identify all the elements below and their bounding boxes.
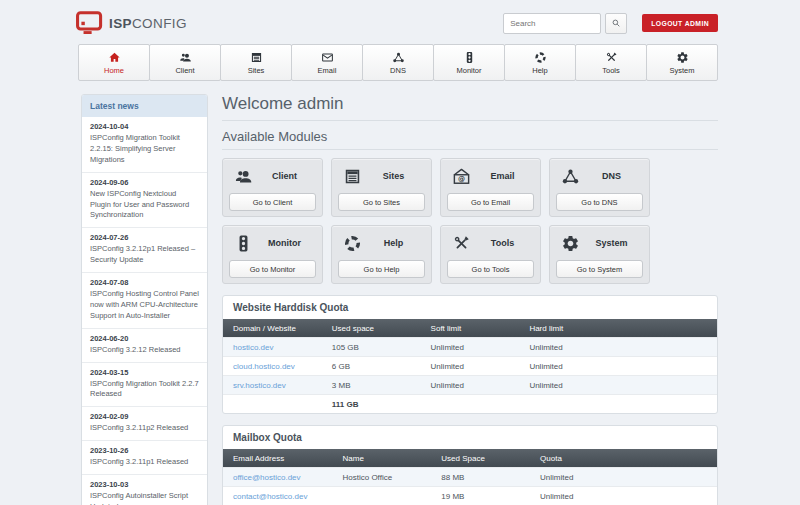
hard-limit-cell: Unlimited: [519, 338, 717, 357]
news-date: 2024-06-20: [90, 334, 199, 343]
main-area: Welcome admin Available Modules Client G…: [222, 94, 718, 505]
quota-cell: Unlimited: [530, 468, 717, 487]
tools-icon: [452, 234, 471, 253]
column-used-space: Used space: [322, 319, 421, 338]
email-icon: [321, 51, 334, 64]
website-harddisk-quota-panel: Website Harddisk Quota Domain / Website …: [222, 295, 718, 414]
go-to-email-button[interactable]: Go to Email: [447, 193, 534, 211]
domain-link[interactable]: hostico.dev: [233, 343, 273, 352]
logout-button[interactable]: LOGOUT ADMIN: [642, 14, 718, 32]
soft-limit-cell: Unlimited: [421, 376, 520, 395]
table-row: hostico.dev 105 GB Unlimited Unlimited: [223, 338, 717, 357]
table-row: cloud.hostico.dev 6 GB Unlimited Unlimit…: [223, 357, 717, 376]
news-item[interactable]: 2024-07-08 ISPConfig Hosting Control Pan…: [82, 272, 207, 328]
email-link[interactable]: contact@hostico.dev: [233, 492, 307, 501]
news-item[interactable]: 2024-06-20 ISPConfig 3.2.12 Released: [82, 328, 207, 362]
name-cell: Hostico Office: [332, 468, 431, 487]
mailbox-quota-table: Email Address Name Used Space Quota offi…: [223, 449, 717, 505]
news-date: 2024-07-26: [90, 233, 199, 242]
tab-dns[interactable]: DNS: [362, 44, 434, 81]
gear-icon: [676, 51, 689, 64]
monitor-icon: [234, 234, 253, 253]
table-row: srv.hostico.dev 3 MB Unlimited Unlimited: [223, 376, 717, 395]
news-date: 2024-07-08: [90, 278, 199, 287]
news-item[interactable]: 2024-02-09 ISPConfig 3.2.11p2 Released: [82, 406, 207, 440]
tab-system[interactable]: System: [646, 44, 718, 81]
quota-cell: Unlimited: [530, 487, 717, 505]
search-button[interactable]: [605, 13, 627, 34]
go-to-sites-button[interactable]: Go to Sites: [338, 193, 425, 211]
module-card-help: Help Go to Help: [331, 225, 432, 284]
news-item[interactable]: 2023-10-26 ISPConfig 3.2.11p1 Released: [82, 440, 207, 474]
news-date: 2023-10-03: [90, 480, 199, 489]
go-to-system-button[interactable]: Go to System: [556, 260, 643, 278]
tab-client[interactable]: Client: [149, 44, 221, 81]
module-card-sites: Sites Go to Sites: [331, 158, 432, 217]
column-quota: Quota: [530, 449, 717, 468]
column-hard-limit: Hard limit: [519, 319, 717, 338]
soft-limit-cell: Unlimited: [421, 338, 520, 357]
tab-sites[interactable]: Sites: [220, 44, 292, 81]
go-to-monitor-button[interactable]: Go to Monitor: [229, 260, 316, 278]
main-nav: Home Client Sites Email DNS Monitor Help…: [78, 44, 718, 81]
news-text: ISPConfig 3.2.12 Released: [90, 345, 199, 356]
module-card-client: Client Go to Client: [222, 158, 323, 217]
go-to-help-button[interactable]: Go to Help: [338, 260, 425, 278]
hard-limit-cell: Unlimited: [519, 357, 717, 376]
news-text: New ISPConfig Nextcloud Plugin for User …: [90, 189, 199, 222]
module-card-tools: Tools Go to Tools: [440, 225, 541, 284]
tab-email[interactable]: Email: [291, 44, 363, 81]
column-domain: Domain / Website: [223, 319, 322, 338]
news-date: 2024-03-15: [90, 368, 199, 377]
gear-icon: [561, 234, 580, 253]
tab-home[interactable]: Home: [78, 44, 150, 81]
page-title: Welcome admin: [222, 94, 718, 121]
go-to-client-button[interactable]: Go to Client: [229, 193, 316, 211]
email-link[interactable]: office@hostico.dev: [233, 473, 301, 482]
ispconfig-logo-icon: [75, 10, 104, 36]
search-icon: [611, 18, 621, 28]
domain-link[interactable]: srv.hostico.dev: [233, 381, 286, 390]
go-to-dns-button[interactable]: Go to DNS: [556, 193, 643, 211]
table-header-row: Domain / Website Used space Soft limit H…: [223, 319, 717, 338]
help-icon: [534, 51, 547, 64]
column-email-address: Email Address: [223, 449, 332, 468]
go-to-tools-button[interactable]: Go to Tools: [447, 260, 534, 278]
total-used-space: 111 GB: [322, 395, 421, 414]
mailbox-quota-panel: Mailbox Quota Email Address Name Used Sp…: [222, 425, 718, 505]
home-icon: [108, 51, 121, 64]
news-text: ISPConfig Hosting Control Panel now with…: [90, 289, 199, 322]
module-card-system: System Go to System: [549, 225, 650, 284]
monitor-icon: [463, 51, 476, 64]
news-date: 2024-02-09: [90, 412, 199, 421]
dns-icon: [561, 167, 580, 186]
latest-news-panel: Latest news 2024-10-04 ISPConfig Migrati…: [81, 94, 208, 505]
news-item[interactable]: 2024-09-06 New ISPConfig Nextcloud Plugi…: [82, 172, 207, 228]
tab-monitor[interactable]: Monitor: [433, 44, 505, 81]
available-modules-title: Available Modules: [222, 129, 718, 150]
mailbox-quota-title: Mailbox Quota: [223, 426, 717, 449]
news-text: ISPConfig 3.2.11p2 Released: [90, 423, 199, 434]
news-item[interactable]: 2024-07-26 ISPConfig 3.2.12p1 Released –…: [82, 227, 207, 272]
news-item[interactable]: 2024-03-15 ISPConfig Migration Toolkit 2…: [82, 362, 207, 407]
search-input[interactable]: [503, 13, 601, 34]
tab-tools[interactable]: Tools: [575, 44, 647, 81]
module-card-monitor: Monitor Go to Monitor: [222, 225, 323, 284]
email-at-icon: [452, 167, 471, 186]
used-space-cell: 6 GB: [322, 357, 421, 376]
help-icon: [343, 234, 362, 253]
hard-limit-cell: Unlimited: [519, 376, 717, 395]
tools-icon: [605, 51, 618, 64]
module-card-dns: DNS Go to DNS: [549, 158, 650, 217]
news-list: 2024-10-04 ISPConfig Migration Toolkit 2…: [82, 117, 207, 505]
used-space-cell: 19 MB: [431, 487, 530, 505]
news-date: 2024-09-06: [90, 178, 199, 187]
logo-text: ISPCONFIG: [109, 16, 187, 31]
tab-help[interactable]: Help: [504, 44, 576, 81]
news-item[interactable]: 2024-10-04 ISPConfig Migration Toolkit 2…: [82, 117, 207, 172]
domain-link[interactable]: cloud.hostico.dev: [233, 362, 295, 371]
column-soft-limit: Soft limit: [421, 319, 520, 338]
client-icon: [179, 51, 192, 64]
news-item[interactable]: 2023-10-03 ISPConfig Autoinstaller Scrip…: [82, 474, 207, 505]
name-cell: [332, 487, 431, 505]
